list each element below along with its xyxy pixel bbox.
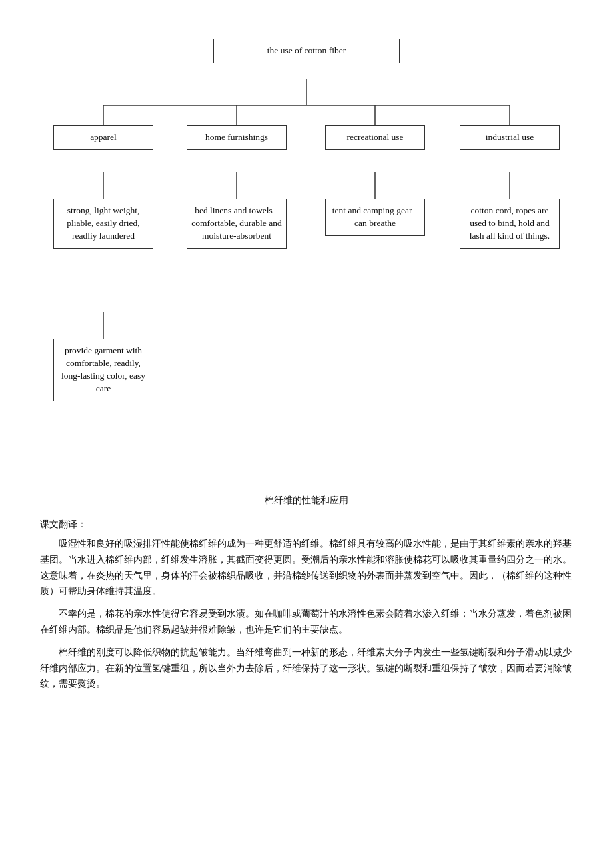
- level2-recreational-detail: tent and camping gear-- can breathe: [325, 199, 425, 236]
- root-node: the use of cotton fiber: [213, 39, 400, 63]
- paragraph-2: 不幸的是，棉花的亲水性使得它容易受到水渍。如在咖啡或葡萄汁的水溶性色素会随着水渗…: [40, 606, 573, 638]
- level1-recreational-use: recreational use: [325, 125, 425, 150]
- text-body: 吸湿性和良好的吸湿排汗性能使棉纤维的成为一种更舒适的纤维。棉纤维具有较高的吸水性…: [40, 536, 573, 692]
- paragraph-3: 棉纤维的刚度可以降低织物的抗起皱能力。当纤维弯曲到一种新的形态，纤维素大分子内发…: [40, 645, 573, 692]
- diagram-container: the use of cotton fiber apparel home fur…: [47, 27, 566, 507]
- level3-apparel-garment: provide garment with comfortable, readil…: [53, 339, 153, 401]
- connector-lines: [47, 27, 566, 507]
- level2-industrial-detail: cotton cord, ropes are used to bind, hol…: [460, 199, 560, 249]
- diagram-caption: 棉纤维的性能和应用: [47, 495, 566, 507]
- level1-industrial-use: industrial use: [460, 125, 560, 150]
- text-section: 课文翻译： 吸湿性和良好的吸湿排汗性能使棉纤维的成为一种更舒适的纤维。棉纤维具有…: [40, 519, 573, 692]
- paragraph-1: 吸湿性和良好的吸湿排汗性能使棉纤维的成为一种更舒适的纤维。棉纤维具有较高的吸水性…: [40, 536, 573, 599]
- text-label: 课文翻译：: [40, 519, 573, 531]
- level2-home-detail: bed linens and towels--comfortable, dura…: [187, 199, 287, 249]
- level1-home-furnishings: home furnishings: [187, 125, 287, 150]
- level2-apparel-detail: strong, light weight, pliable, easily dr…: [53, 199, 153, 249]
- level1-apparel: apparel: [53, 125, 153, 150]
